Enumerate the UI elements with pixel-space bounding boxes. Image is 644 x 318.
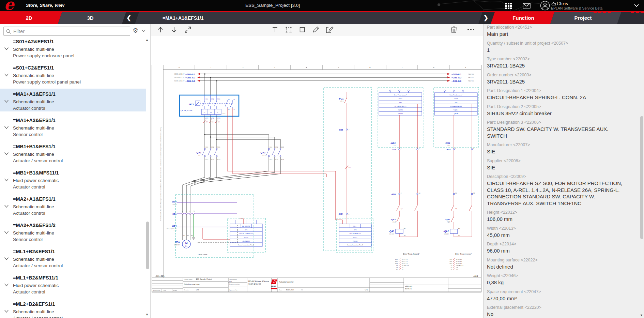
svg-text:5: 5 <box>338 66 339 69</box>
chevron-down-icon[interactable] <box>634 4 639 7</box>
tab-current-page[interactable]: =MA1+A1&EFS1/1 <box>163 12 265 24</box>
pencil-tool-button[interactable] <box>311 25 321 35</box>
tab-3d[interactable]: 3D <box>68 12 112 24</box>
svg-text:%IX2.2: %IX2.2 <box>353 237 357 238</box>
rectangle-tool-button[interactable] <box>297 25 307 35</box>
svg-text:2/T1 / 1.1: 2/T1 / 1.1 <box>402 258 408 260</box>
svg-text:A1: A1 <box>458 227 460 229</box>
svg-text:32: 32 <box>402 269 403 270</box>
svg-text::GD3+A2/ 1.9 /: :GD3+A2/ 1.9 / <box>174 80 184 82</box>
svg-text:2/T1: 2/T1 <box>270 158 273 160</box>
svg-text:5/L3: 5/L3 <box>281 146 284 148</box>
beta-dash <box>631 12 634 13</box>
fit-view-button[interactable] <box>183 25 193 35</box>
sidebar-scrollbar-thumb[interactable] <box>146 222 149 269</box>
delete-button[interactable] <box>449 25 459 35</box>
svg-text:-QA2: -QA2 <box>391 218 396 221</box>
redline-edit-button[interactable] <box>325 25 334 35</box>
svg-text:=MA1+A1: =MA1+A1 <box>405 286 413 287</box>
svg-text:=GB1-2L1: =GB1-2L1 <box>451 73 462 75</box>
list-item-selected[interactable]: =MA1+A1&EFS1/1 Schematic multi-line Actu… <box>0 89 146 111</box>
user-org: EPLAN Software & Service Beta <box>551 6 602 10</box>
user-name[interactable]: Chris <box>557 1 568 6</box>
svg-text:Drive "Feed, forward": Drive "Feed, forward" <box>394 94 407 96</box>
list-item[interactable]: =MB1+B1&EFS1/1 Schematic multi-line Actu… <box>0 141 146 164</box>
accent-line <box>0 11 644 12</box>
svg-text:3: 3 <box>189 210 190 212</box>
tab-2d[interactable]: 2D <box>7 12 51 24</box>
chevron-down-icon[interactable] <box>4 257 9 260</box>
filter-input[interactable] <box>13 27 129 35</box>
property-field: Quantity / subset in unit of project <20… <box>487 41 623 54</box>
fc1-selection-box[interactable] <box>180 95 239 116</box>
scroll-up-icon[interactable]: ▲ <box>145 38 149 42</box>
svg-text:3/L2: 3/L2 <box>395 260 398 262</box>
chevron-down-icon[interactable] <box>4 100 9 103</box>
svg-text:I>: I> <box>210 111 212 113</box>
svg-text:14 +A2/ 1.3: 14 +A2/ 1.3 <box>456 264 463 266</box>
filter-field[interactable] <box>3 27 130 36</box>
svg-text:-QA2: -QA2 <box>443 230 449 233</box>
svg-text:-FC1:14: -FC1:14 <box>353 240 358 242</box>
chevron-down-icon[interactable] <box>4 152 9 155</box>
list-item[interactable]: =MB1+B1&MFS11/1 Fluid power schematic Ac… <box>0 167 146 190</box>
svg-text:3: 3 <box>274 66 275 69</box>
svg-text:14: 14 <box>228 109 230 110</box>
canvas-toolbar <box>151 24 483 36</box>
chevron-down-icon[interactable] <box>4 178 9 182</box>
chevron-down-icon[interactable] <box>4 126 9 129</box>
list-item[interactable]: =MA1+A2&EFS1/1 Schematic multi-line Sens… <box>0 115 146 138</box>
svg-text:A2: A2 <box>458 235 460 237</box>
tab-project[interactable]: Project <box>559 12 607 24</box>
beta-dash <box>641 12 644 13</box>
chevron-down-icon[interactable] <box>4 309 9 313</box>
settings-chevron-down-icon[interactable] <box>141 29 146 32</box>
svg-text:A1: A1 <box>404 227 406 229</box>
chevron-down-icon[interactable] <box>4 73 9 77</box>
search-icon <box>6 29 11 34</box>
apps-grid-icon[interactable] <box>505 3 512 10</box>
property-field: Depth <22014>96,00 mm <box>487 242 623 254</box>
svg-text:-KF1+A2&ETAL/ 1.1: -KF1+A2&ETAL/ 1.1 <box>394 105 406 107</box>
motor-ma1[interactable]: M 3~ -MA1 0,55 kW U1 V1 W1 <box>174 214 237 248</box>
svg-text:2/T1 / 1.1: 2/T1 / 1.1 <box>456 258 462 260</box>
page-down-button[interactable] <box>169 25 179 35</box>
list-item[interactable]: =ML1+B2&MFS11/1 Fluid power schematic Ac… <box>0 272 146 295</box>
property-field: Supplier <22008>SIE <box>487 158 623 171</box>
list-item[interactable]: =MA2+A2&EFS1/2 Schematic multi-line Sens… <box>0 220 146 243</box>
chevron-down-icon[interactable] <box>4 205 9 208</box>
list-item[interactable]: =S01+C2&EFS1/1 Schematic multi-line Powe… <box>0 62 146 85</box>
svg-text:Date: Date <box>279 289 282 291</box>
view-settings-gear-icon[interactable]: ⚙ <box>133 27 138 34</box>
svg-text:2: 2 <box>419 148 420 149</box>
avatar[interactable] <box>540 1 550 11</box>
svg-text:5/L3: 5/L3 <box>217 146 220 148</box>
panel-scroll-down-icon[interactable]: ▼ <box>640 314 643 317</box>
svg-text:Date: Date <box>163 290 166 291</box>
schematic-sheet[interactable]: 0 1 2 3 4 5 6 7 8 9 Protection note ISO … <box>152 65 481 292</box>
svg-text:1,4...2A, N: 26A: 1,4...2A, N: 26A <box>180 109 193 111</box>
forward-chevron-icon[interactable]: ❯ <box>482 12 490 24</box>
svg-text:-KF1: -KF1 <box>245 229 247 231</box>
page-up-button[interactable] <box>156 25 165 35</box>
list-item[interactable]: =S01+A2&EFS1/1 Schematic multi-line Powe… <box>0 36 146 59</box>
select-tool-button[interactable] <box>284 25 293 35</box>
margin-note: Protection note ISO 16016: Passing on as… <box>160 127 162 221</box>
more-options-button[interactable] <box>466 25 476 35</box>
mail-icon[interactable] <box>523 3 531 9</box>
svg-text:-QA2: -QA2 <box>260 151 265 154</box>
svg-text:-QA2:A1: -QA2:A1 <box>454 113 459 115</box>
drawing-canvas[interactable]: 0 1 2 3 4 5 6 7 8 9 Protection note ISO … <box>151 24 483 318</box>
text-tool-button[interactable] <box>270 25 280 35</box>
chevron-down-icon[interactable] <box>4 47 9 50</box>
eplan-titleblock-logo: ePLAN <box>271 279 277 289</box>
back-chevron-icon[interactable]: ❮ <box>125 12 133 24</box>
chevron-down-icon[interactable] <box>4 231 9 234</box>
list-item[interactable]: =ML1+B2&EFS1/1 Schematic multi-line Actu… <box>0 246 146 269</box>
list-item[interactable]: =MA2+A1&EFS1/1 Schematic multi-line Actu… <box>0 194 146 216</box>
tab-function[interactable]: Function <box>500 12 547 24</box>
panel-scrollbar-thumb[interactable] <box>640 116 643 239</box>
scroll-down-icon[interactable]: ▼ <box>145 313 149 316</box>
chevron-down-icon[interactable] <box>4 283 9 287</box>
list-item[interactable]: =ML2+B2&EFS1/1 Schematic multi-line Actu… <box>0 299 146 318</box>
